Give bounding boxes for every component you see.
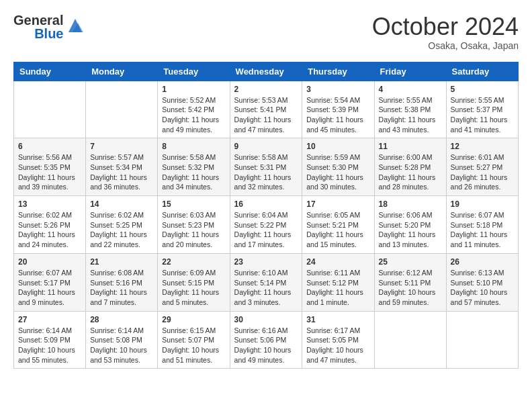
calendar-cell [86, 81, 158, 138]
calendar-cell: 16Sunrise: 6:04 AMSunset: 5:22 PMDayligh… [230, 196, 302, 254]
calendar-week-row: 20Sunrise: 6:07 AMSunset: 5:17 PMDayligh… [14, 253, 519, 311]
day-number: 1 [162, 85, 225, 94]
calendar-cell: 27Sunrise: 6:14 AMSunset: 5:09 PMDayligh… [14, 311, 86, 369]
day-number: 22 [162, 257, 225, 267]
calendar-cell: 1Sunrise: 5:52 AMSunset: 5:42 PMDaylight… [158, 81, 230, 138]
calendar-cell: 30Sunrise: 6:16 AMSunset: 5:06 PMDayligh… [230, 311, 302, 369]
calendar-cell: 12Sunrise: 6:01 AMSunset: 5:27 PMDayligh… [446, 138, 518, 196]
day-info: Sunrise: 5:54 AMSunset: 5:39 PMDaylight:… [306, 95, 369, 135]
weekday-header: Friday [374, 62, 446, 81]
day-number: 14 [90, 199, 153, 209]
calendar-cell: 10Sunrise: 5:59 AMSunset: 5:30 PMDayligh… [302, 138, 374, 196]
day-info: Sunrise: 6:14 AMSunset: 5:08 PMDaylight:… [90, 326, 153, 365]
day-info: Sunrise: 6:08 AMSunset: 5:16 PMDaylight:… [90, 268, 153, 308]
calendar-week-row: 27Sunrise: 6:14 AMSunset: 5:09 PMDayligh… [14, 311, 519, 369]
calendar-week-row: 13Sunrise: 6:02 AMSunset: 5:26 PMDayligh… [14, 196, 519, 254]
day-number: 15 [162, 199, 225, 209]
calendar-cell: 20Sunrise: 6:07 AMSunset: 5:17 PMDayligh… [14, 253, 86, 311]
day-info: Sunrise: 5:52 AMSunset: 5:42 PMDaylight:… [162, 95, 225, 135]
day-number: 9 [234, 142, 298, 151]
day-info: Sunrise: 6:16 AMSunset: 5:06 PMDaylight:… [234, 326, 298, 365]
day-number: 27 [18, 315, 81, 324]
day-number: 29 [162, 315, 225, 324]
weekday-header: Sunday [14, 62, 86, 81]
day-number: 11 [379, 142, 442, 151]
page-header: General Blue October 2024 Osaka, Osaka, … [13, 13, 519, 51]
day-number: 19 [451, 199, 514, 209]
day-info: Sunrise: 6:00 AMSunset: 5:28 PMDaylight:… [379, 152, 442, 192]
day-info: Sunrise: 6:11 AMSunset: 5:12 PMDaylight:… [306, 268, 369, 308]
day-info: Sunrise: 6:03 AMSunset: 5:23 PMDaylight:… [162, 210, 225, 250]
day-info: Sunrise: 5:58 AMSunset: 5:32 PMDaylight:… [162, 152, 225, 192]
calendar-cell: 21Sunrise: 6:08 AMSunset: 5:16 PMDayligh… [86, 253, 158, 311]
day-number: 25 [379, 257, 442, 267]
calendar-cell: 6Sunrise: 5:56 AMSunset: 5:35 PMDaylight… [14, 138, 86, 196]
day-number: 2 [234, 85, 298, 94]
day-info: Sunrise: 5:58 AMSunset: 5:31 PMDaylight:… [234, 152, 298, 192]
calendar-cell: 8Sunrise: 5:58 AMSunset: 5:32 PMDaylight… [158, 138, 230, 196]
month-title: October 2024 [372, 13, 519, 40]
calendar-cell: 9Sunrise: 5:58 AMSunset: 5:31 PMDaylight… [230, 138, 302, 196]
day-number: 23 [234, 257, 298, 267]
calendar-cell: 31Sunrise: 6:17 AMSunset: 5:05 PMDayligh… [302, 311, 374, 369]
day-info: Sunrise: 6:01 AMSunset: 5:27 PMDaylight:… [451, 152, 514, 192]
day-number: 21 [90, 257, 153, 267]
location: Osaka, Osaka, Japan [372, 40, 519, 51]
day-number: 30 [234, 315, 298, 324]
day-number: 5 [451, 85, 514, 94]
day-number: 12 [451, 142, 514, 151]
day-info: Sunrise: 6:10 AMSunset: 5:14 PMDaylight:… [234, 268, 298, 308]
calendar-cell: 11Sunrise: 6:00 AMSunset: 5:28 PMDayligh… [374, 138, 446, 196]
day-number: 4 [379, 85, 442, 94]
calendar-cell: 18Sunrise: 6:06 AMSunset: 5:20 PMDayligh… [374, 196, 446, 254]
calendar-cell: 3Sunrise: 5:54 AMSunset: 5:39 PMDaylight… [302, 81, 374, 138]
day-info: Sunrise: 6:05 AMSunset: 5:21 PMDaylight:… [306, 210, 369, 250]
day-info: Sunrise: 5:55 AMSunset: 5:37 PMDaylight:… [451, 95, 514, 135]
calendar-cell: 19Sunrise: 6:07 AMSunset: 5:18 PMDayligh… [446, 196, 518, 254]
day-info: Sunrise: 5:59 AMSunset: 5:30 PMDaylight:… [306, 152, 369, 192]
day-number: 6 [18, 142, 81, 151]
calendar-cell: 13Sunrise: 6:02 AMSunset: 5:26 PMDayligh… [14, 196, 86, 254]
calendar-cell: 7Sunrise: 5:57 AMSunset: 5:34 PMDaylight… [86, 138, 158, 196]
calendar-cell [374, 311, 446, 369]
logo-icon [66, 16, 85, 38]
day-number: 28 [90, 315, 153, 324]
calendar-cell: 22Sunrise: 6:09 AMSunset: 5:15 PMDayligh… [158, 253, 230, 311]
day-info: Sunrise: 6:02 AMSunset: 5:25 PMDaylight:… [90, 210, 153, 250]
calendar-week-row: 6Sunrise: 5:56 AMSunset: 5:35 PMDaylight… [14, 138, 519, 196]
day-info: Sunrise: 5:55 AMSunset: 5:38 PMDaylight:… [379, 95, 442, 135]
day-number: 16 [234, 199, 298, 209]
calendar-cell: 17Sunrise: 6:05 AMSunset: 5:21 PMDayligh… [302, 196, 374, 254]
weekday-header: Thursday [302, 62, 374, 81]
calendar-cell [446, 311, 518, 369]
day-number: 13 [18, 199, 81, 209]
day-info: Sunrise: 6:09 AMSunset: 5:15 PMDaylight:… [162, 268, 225, 308]
calendar-header-row: SundayMondayTuesdayWednesdayThursdayFrid… [14, 62, 519, 81]
day-number: 31 [306, 315, 369, 324]
day-info: Sunrise: 6:13 AMSunset: 5:10 PMDaylight:… [451, 268, 514, 308]
day-info: Sunrise: 6:04 AMSunset: 5:22 PMDaylight:… [234, 210, 298, 250]
calendar-cell: 26Sunrise: 6:13 AMSunset: 5:10 PMDayligh… [446, 253, 518, 311]
day-number: 3 [306, 85, 369, 94]
day-info: Sunrise: 6:06 AMSunset: 5:20 PMDaylight:… [379, 210, 442, 250]
calendar-cell: 14Sunrise: 6:02 AMSunset: 5:25 PMDayligh… [86, 196, 158, 254]
day-info: Sunrise: 6:07 AMSunset: 5:17 PMDaylight:… [18, 268, 81, 308]
logo-blue: Blue [34, 27, 63, 40]
title-block: October 2024 Osaka, Osaka, Japan [372, 13, 519, 51]
calendar-cell: 2Sunrise: 5:53 AMSunset: 5:41 PMDaylight… [230, 81, 302, 138]
day-number: 24 [306, 257, 369, 267]
day-info: Sunrise: 6:02 AMSunset: 5:26 PMDaylight:… [18, 210, 81, 250]
day-number: 20 [18, 257, 81, 267]
day-info: Sunrise: 6:15 AMSunset: 5:07 PMDaylight:… [162, 326, 225, 365]
day-info: Sunrise: 6:14 AMSunset: 5:09 PMDaylight:… [18, 326, 81, 365]
day-info: Sunrise: 6:17 AMSunset: 5:05 PMDaylight:… [306, 326, 369, 365]
calendar-week-row: 1Sunrise: 5:52 AMSunset: 5:42 PMDaylight… [14, 81, 519, 138]
calendar-cell: 5Sunrise: 5:55 AMSunset: 5:37 PMDaylight… [446, 81, 518, 138]
calendar-cell: 25Sunrise: 6:12 AMSunset: 5:11 PMDayligh… [374, 253, 446, 311]
calendar-cell: 24Sunrise: 6:11 AMSunset: 5:12 PMDayligh… [302, 253, 374, 311]
weekday-header: Monday [86, 62, 158, 81]
day-number: 18 [379, 199, 442, 209]
weekday-header: Wednesday [230, 62, 302, 81]
day-info: Sunrise: 6:07 AMSunset: 5:18 PMDaylight:… [451, 210, 514, 250]
day-info: Sunrise: 6:12 AMSunset: 5:11 PMDaylight:… [379, 268, 442, 308]
